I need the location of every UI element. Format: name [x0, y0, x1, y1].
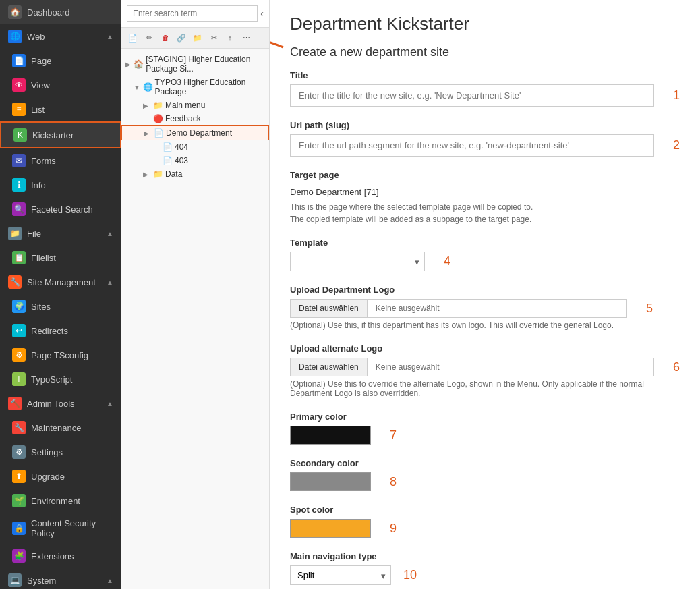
tree-node-mainmenu[interactable]: ▶ 📁 Main menu — [121, 99, 269, 112]
sidebar-environment-label: Environment — [31, 496, 80, 506]
admintools-chevron-icon: ▲ — [107, 400, 113, 408]
sidebar-item-redirects[interactable]: ↩ Redirects — [0, 318, 121, 343]
tree-node-typo3[interactable]: ▼ 🌐 TYPO3 Higher Education Package — [121, 76, 269, 99]
tree-node-404[interactable]: ▶ 📄 404 — [121, 140, 269, 154]
spot-color-swatch[interactable] — [290, 519, 371, 538]
url-row: 2 — [290, 134, 680, 157]
sidebar-item-faceted[interactable]: 🔍 Faceted Search — [0, 197, 121, 221]
view-icon: 👁 — [12, 78, 26, 92]
tree-tool-new-page[interactable]: 📄 — [125, 30, 140, 45]
tree-icon-feedback: 🔴 — [153, 114, 163, 123]
tree-node-demodept[interactable]: ▶ 📄 Demo Department — [121, 125, 269, 140]
secondary-color-label: Secondary color — [290, 458, 680, 468]
tree-node-feedback[interactable]: ▶ 🔴 Feedback — [121, 112, 269, 125]
template-select-wrapper — [290, 252, 425, 271]
secondary-color-swatch[interactable] — [290, 472, 371, 491]
sidebar-item-sites[interactable]: 🌍 Sites — [0, 294, 121, 318]
admintools-icon: 🔨 — [8, 397, 22, 410]
field-group-primary-color: Primary color 7 — [290, 412, 680, 445]
sidebar-item-extensions[interactable]: 🧩 Extensions — [0, 544, 121, 568]
primary-color-label: Primary color — [290, 412, 680, 422]
sidebar-item-sitemanagement[interactable]: 🔧 Site Management ▲ — [0, 270, 121, 294]
sidebar-sitemgmt-label: Site Management — [27, 277, 96, 287]
sidebar-item-admintools[interactable]: 🔨 Admin Tools ▲ — [0, 391, 121, 416]
spot-color-step: 9 — [376, 522, 397, 536]
title-row: 1 — [290, 84, 680, 107]
field-group-spot-color: Spot color 9 — [290, 505, 680, 538]
logo-upload-row: Datei auswählen Keine ausgewählt — [290, 299, 627, 318]
tree-tool-folder[interactable]: 📁 — [190, 30, 205, 45]
sidebar-info-label: Info — [31, 180, 46, 190]
sidebar-item-web[interactable]: 🌐 Web ▲ — [0, 24, 121, 49]
sidebar-item-dashboard[interactable]: 🏠 Dashboard — [0, 0, 121, 24]
sidebar-item-view[interactable]: 👁 View — [0, 73, 121, 97]
sidebar-item-pagetsconfig[interactable]: ⚙ Page TSconfig — [0, 343, 121, 367]
tree-node-403[interactable]: ▶ 📄 403 — [121, 154, 269, 167]
section-title: Create a new department site — [290, 45, 680, 59]
sidebar-page-label: Page — [31, 56, 51, 66]
sidebar-file-label: File — [27, 229, 41, 239]
logo-upload-btn[interactable]: Datei auswählen — [291, 300, 368, 317]
sidebar-item-filelist[interactable]: 📋 Filelist — [0, 246, 121, 270]
template-select[interactable] — [290, 252, 425, 271]
tree-tool-link[interactable]: 🔗 — [174, 30, 189, 45]
sidebar-item-maintenance[interactable]: 🔧 Maintenance — [0, 416, 121, 440]
tree-tool-edit[interactable]: ✏ — [142, 30, 156, 45]
nav-type-select[interactable]: Split Full Minimal — [290, 565, 391, 585]
alt-logo-step: 6 — [660, 360, 680, 374]
tree-search-input[interactable] — [127, 5, 258, 22]
primary-color-step: 7 — [376, 428, 397, 443]
field-group-logo: Upload Department Logo Datei auswählen K… — [290, 285, 680, 330]
target-label: Target page — [290, 170, 680, 180]
alt-logo-upload-btn[interactable]: Datei auswählen — [291, 358, 368, 376]
tree-icon-mainmenu: 📁 — [153, 101, 163, 110]
sidebar-item-file[interactable]: 📁 File ▲ — [0, 221, 121, 246]
sidebar-item-environment[interactable]: 🌱 Environment — [0, 488, 121, 513]
list-icon: ≡ — [12, 103, 26, 116]
sidebar-item-upgrade[interactable]: ⬆ Upgrade — [0, 464, 121, 488]
page-tree: ‹ 📄 ✏ 🗑 🔗 📁 ✂ ↕ ⋯ ▶ 🏠 [STAGING] Higher E… — [121, 0, 270, 589]
primary-color-row: 7 — [290, 426, 680, 445]
sidebar-item-settings[interactable]: ⚙ Settings — [0, 440, 121, 464]
primary-color-swatch[interactable] — [290, 426, 371, 445]
sitemgmt-chevron-icon: ▲ — [107, 279, 113, 286]
tree-collapse-icon[interactable]: ‹ — [260, 8, 264, 19]
tree-toolbar: 📄 ✏ 🗑 🔗 📁 ✂ ↕ ⋯ — [121, 28, 269, 49]
tree-icon-demodept: 📄 — [154, 128, 164, 138]
sidebar-web-label: Web — [27, 32, 45, 42]
sidebar-csp-label: Content Security Policy — [31, 518, 113, 538]
sidebar-item-info[interactable]: ℹ Info — [0, 173, 121, 197]
tree-tool-move[interactable]: ↕ — [223, 30, 237, 45]
sidebar-kickstarter-label: Kickstarter — [32, 130, 74, 140]
sidebar-maintenance-label: Maintenance — [31, 423, 81, 433]
sidebar-item-system[interactable]: 💻 System ▲ — [0, 568, 121, 589]
nav-type-step: 10 — [397, 568, 417, 582]
title-label: Title — [290, 70, 680, 80]
tree-label-typo3: TYPO3 Higher Education Package — [155, 78, 265, 96]
tree-icon-staging: 🏠 — [134, 59, 144, 69]
tree-label-data: Data — [165, 169, 182, 179]
sidebar-item-page[interactable]: 📄 Page — [0, 49, 121, 73]
environment-icon: 🌱 — [12, 494, 26, 507]
sidebar-item-kickstarter[interactable]: K Kickstarter — [0, 121, 121, 148]
dashboard-icon: 🏠 — [8, 5, 22, 19]
field-group-secondary-color: Secondary color 8 — [290, 458, 680, 491]
sidebar-item-forms[interactable]: ✉ Forms — [0, 148, 121, 173]
system-chevron-icon: ▲ — [107, 577, 113, 584]
tree-tool-more[interactable]: ⋯ — [239, 30, 254, 45]
title-input[interactable] — [290, 84, 654, 107]
sidebar-upgrade-label: Upgrade — [31, 472, 65, 482]
tree-expand-demodept: ▶ — [144, 130, 152, 137]
tree-tool-cut[interactable]: ✂ — [206, 30, 221, 45]
sidebar-item-typoscript[interactable]: T TypoScript — [0, 367, 121, 391]
target-note2: The copied template will be added as a s… — [290, 215, 680, 224]
tree-node-data[interactable]: ▶ 📁 Data — [121, 167, 269, 181]
sidebar-item-list[interactable]: ≡ List — [0, 97, 121, 121]
sidebar-item-csp[interactable]: 🔒 Content Security Policy — [0, 513, 121, 544]
tree-node-staging[interactable]: ▶ 🏠 [STAGING] Higher Education Package S… — [121, 53, 269, 76]
sidebar-extensions-label: Extensions — [31, 551, 74, 561]
field-group-nav-type: Main navigation type Split Full Minimal … — [290, 551, 680, 585]
url-input[interactable] — [290, 134, 654, 157]
secondary-color-step: 8 — [376, 475, 397, 489]
tree-tool-delete[interactable]: 🗑 — [158, 30, 173, 45]
